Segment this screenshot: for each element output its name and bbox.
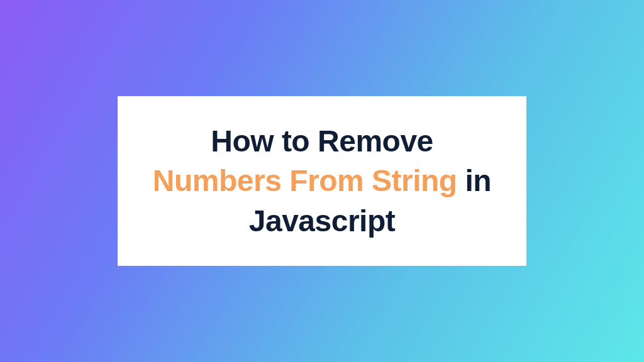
title-card: How to Remove Numbers From String in Jav… [118,96,526,266]
title-part-1: How to Remove [211,124,433,158]
page-title: How to Remove Numbers From String in Jav… [145,121,499,241]
title-highlight: Numbers From String [153,164,457,197]
